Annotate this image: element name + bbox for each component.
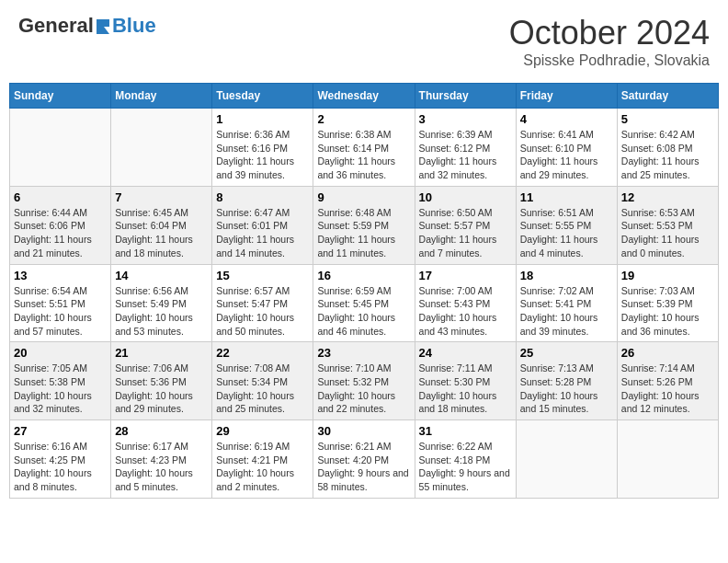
calendar-cell: 8Sunrise: 6:47 AM Sunset: 6:01 PM Daylig… — [212, 186, 313, 264]
day-number: 29 — [216, 424, 309, 438]
calendar-cell: 17Sunrise: 7:00 AM Sunset: 5:43 PM Dayli… — [415, 264, 516, 342]
day-number: 18 — [520, 269, 613, 282]
day-number: 24 — [419, 346, 512, 360]
day-number: 6 — [14, 190, 107, 204]
calendar-week-row: 1Sunrise: 6:36 AM Sunset: 6:16 PM Daylig… — [10, 109, 719, 187]
day-info: Sunrise: 7:00 AM Sunset: 5:43 PM Dayligh… — [419, 284, 512, 339]
calendar-cell: 2Sunrise: 6:38 AM Sunset: 6:14 PM Daylig… — [313, 109, 415, 187]
day-info: Sunrise: 7:13 AM Sunset: 5:28 PM Dayligh… — [520, 362, 613, 416]
day-info: Sunrise: 6:48 AM Sunset: 5:59 PM Dayligh… — [317, 206, 410, 260]
svg-marker-0 — [97, 19, 109, 34]
day-number: 17 — [419, 269, 512, 282]
day-number: 11 — [520, 190, 613, 204]
day-number: 9 — [317, 190, 410, 204]
calendar-cell: 16Sunrise: 6:59 AM Sunset: 5:45 PM Dayli… — [313, 264, 415, 342]
day-number: 13 — [14, 269, 107, 282]
day-number: 30 — [317, 424, 410, 438]
day-info: Sunrise: 6:17 AM Sunset: 4:23 PM Dayligh… — [115, 440, 208, 494]
calendar-cell: 25Sunrise: 7:13 AM Sunset: 5:28 PM Dayli… — [516, 342, 617, 420]
day-info: Sunrise: 6:45 AM Sunset: 6:04 PM Dayligh… — [115, 206, 208, 260]
day-info: Sunrise: 6:36 AM Sunset: 6:16 PM Dayligh… — [216, 128, 309, 182]
day-number: 23 — [317, 346, 410, 360]
weekday-header-tuesday: Tuesday — [212, 84, 313, 109]
month-title: October 2024 — [509, 14, 710, 52]
day-number: 15 — [216, 269, 309, 282]
calendar-cell: 30Sunrise: 6:21 AM Sunset: 4:20 PM Dayli… — [313, 420, 415, 499]
weekday-header-monday: Monday — [111, 84, 212, 109]
day-number: 19 — [621, 269, 714, 282]
calendar-cell: 24Sunrise: 7:11 AM Sunset: 5:30 PM Dayli… — [415, 342, 516, 420]
page-header: General Blue October 2024 Spisske Podhra… — [9, 9, 719, 74]
day-number: 5 — [621, 112, 714, 126]
day-info: Sunrise: 6:21 AM Sunset: 4:20 PM Dayligh… — [317, 440, 410, 494]
calendar-cell: 26Sunrise: 7:14 AM Sunset: 5:26 PM Dayli… — [617, 342, 718, 420]
day-info: Sunrise: 7:10 AM Sunset: 5:32 PM Dayligh… — [317, 362, 410, 416]
weekday-header-friday: Friday — [516, 84, 617, 109]
logo-icon — [95, 17, 111, 34]
day-number: 7 — [115, 190, 208, 204]
calendar-cell: 1Sunrise: 6:36 AM Sunset: 6:16 PM Daylig… — [212, 109, 313, 187]
day-info: Sunrise: 6:16 AM Sunset: 4:25 PM Dayligh… — [14, 440, 107, 494]
day-number: 22 — [216, 346, 309, 360]
weekday-header-thursday: Thursday — [415, 84, 516, 109]
day-info: Sunrise: 7:06 AM Sunset: 5:36 PM Dayligh… — [115, 362, 208, 416]
day-info: Sunrise: 7:08 AM Sunset: 5:34 PM Dayligh… — [216, 362, 309, 416]
day-info: Sunrise: 6:41 AM Sunset: 6:10 PM Dayligh… — [520, 128, 613, 182]
calendar-week-row: 20Sunrise: 7:05 AM Sunset: 5:38 PM Dayli… — [10, 342, 719, 420]
day-info: Sunrise: 6:53 AM Sunset: 5:53 PM Dayligh… — [621, 206, 714, 260]
day-number: 12 — [621, 190, 714, 204]
calendar-cell: 23Sunrise: 7:10 AM Sunset: 5:32 PM Dayli… — [313, 342, 415, 420]
calendar-cell: 11Sunrise: 6:51 AM Sunset: 5:55 PM Dayli… — [516, 186, 617, 264]
day-number: 20 — [14, 346, 107, 360]
day-info: Sunrise: 6:50 AM Sunset: 5:57 PM Dayligh… — [419, 206, 512, 260]
day-info: Sunrise: 6:38 AM Sunset: 6:14 PM Dayligh… — [317, 128, 410, 182]
calendar-cell: 3Sunrise: 6:39 AM Sunset: 6:12 PM Daylig… — [415, 109, 516, 187]
calendar-cell — [617, 420, 718, 499]
day-info: Sunrise: 6:39 AM Sunset: 6:12 PM Dayligh… — [419, 128, 512, 182]
calendar-week-row: 27Sunrise: 6:16 AM Sunset: 4:25 PM Dayli… — [10, 420, 719, 499]
calendar-cell: 29Sunrise: 6:19 AM Sunset: 4:21 PM Dayli… — [212, 420, 313, 499]
day-number: 2 — [317, 112, 410, 126]
day-number: 4 — [520, 112, 613, 126]
day-number: 10 — [419, 190, 512, 204]
calendar-cell: 28Sunrise: 6:17 AM Sunset: 4:23 PM Dayli… — [111, 420, 212, 499]
day-info: Sunrise: 6:56 AM Sunset: 5:49 PM Dayligh… — [115, 284, 208, 339]
calendar-cell: 21Sunrise: 7:06 AM Sunset: 5:36 PM Dayli… — [111, 342, 212, 420]
day-number: 1 — [216, 112, 309, 126]
day-info: Sunrise: 6:47 AM Sunset: 6:01 PM Dayligh… — [216, 206, 309, 260]
day-info: Sunrise: 7:03 AM Sunset: 5:39 PM Dayligh… — [621, 284, 714, 339]
day-number: 28 — [115, 424, 208, 438]
calendar-cell: 5Sunrise: 6:42 AM Sunset: 6:08 PM Daylig… — [617, 109, 718, 187]
day-info: Sunrise: 6:54 AM Sunset: 5:51 PM Dayligh… — [14, 284, 107, 339]
weekday-header-saturday: Saturday — [617, 84, 718, 109]
day-number: 27 — [14, 424, 107, 438]
calendar-week-row: 13Sunrise: 6:54 AM Sunset: 5:51 PM Dayli… — [10, 264, 719, 342]
day-number: 26 — [621, 346, 714, 360]
day-number: 3 — [419, 112, 512, 126]
calendar-cell: 19Sunrise: 7:03 AM Sunset: 5:39 PM Dayli… — [617, 264, 718, 342]
calendar-table: SundayMondayTuesdayWednesdayThursdayFrid… — [9, 83, 719, 499]
calendar-cell: 13Sunrise: 6:54 AM Sunset: 5:51 PM Dayli… — [10, 264, 111, 342]
location-text: Spisske Podhradie, Slovakia — [509, 52, 710, 69]
day-number: 21 — [115, 346, 208, 360]
calendar-cell: 18Sunrise: 7:02 AM Sunset: 5:41 PM Dayli… — [516, 264, 617, 342]
day-info: Sunrise: 6:22 AM Sunset: 4:18 PM Dayligh… — [419, 440, 512, 494]
day-info: Sunrise: 7:14 AM Sunset: 5:26 PM Dayligh… — [621, 362, 714, 416]
day-info: Sunrise: 7:02 AM Sunset: 5:41 PM Dayligh… — [520, 284, 613, 339]
calendar-cell — [516, 420, 617, 499]
weekday-header-sunday: Sunday — [10, 84, 111, 109]
calendar-cell: 6Sunrise: 6:44 AM Sunset: 6:06 PM Daylig… — [10, 186, 111, 264]
day-number: 25 — [520, 346, 613, 360]
day-number: 14 — [115, 269, 208, 282]
title-section: October 2024 Spisske Podhradie, Slovakia — [509, 14, 710, 69]
calendar-cell: 12Sunrise: 6:53 AM Sunset: 5:53 PM Dayli… — [617, 186, 718, 264]
weekday-header-row: SundayMondayTuesdayWednesdayThursdayFrid… — [10, 84, 719, 109]
calendar-cell: 9Sunrise: 6:48 AM Sunset: 5:59 PM Daylig… — [313, 186, 415, 264]
day-info: Sunrise: 6:51 AM Sunset: 5:55 PM Dayligh… — [520, 206, 613, 260]
day-info: Sunrise: 6:19 AM Sunset: 4:21 PM Dayligh… — [216, 440, 309, 494]
calendar-week-row: 6Sunrise: 6:44 AM Sunset: 6:06 PM Daylig… — [10, 186, 719, 264]
logo-general-text: General — [18, 14, 94, 38]
weekday-header-wednesday: Wednesday — [313, 84, 415, 109]
calendar-cell: 31Sunrise: 6:22 AM Sunset: 4:18 PM Dayli… — [415, 420, 516, 499]
logo-blue-text: Blue — [112, 14, 156, 38]
